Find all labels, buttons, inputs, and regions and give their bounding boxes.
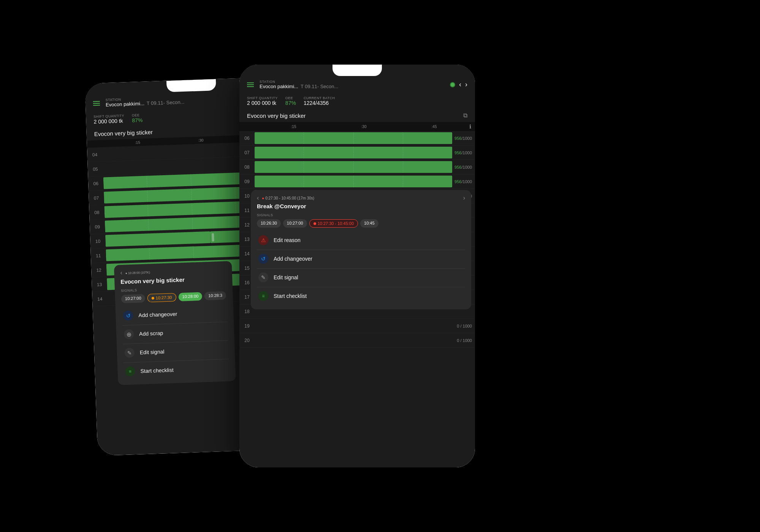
station-name-back: Evocon pakkimi... [106,101,144,108]
edit-signal-label-front: Edit signal [274,274,298,280]
popup-header-front: ‹ ● 0:27:30 - 10:45:00 (17m 30s) › [257,195,465,201]
station-name-front: Evocon pakkimi... [260,84,298,89]
signal-chip[interactable]: 10:27:30 - 10:45:00 [309,219,358,228]
station-sub-front: T 09.11- Secon... [301,84,339,89]
popup-next-front[interactable]: › [463,195,465,201]
popup-title-front: Break @Conveyor [257,203,465,209]
edit-signal-label: Edit signal [140,348,165,355]
product-name-back: Evocon very big sticker [94,129,153,137]
menu-items-back: ↺ Add changeover ⊕ Add scrap ✎ Edit sign… [122,303,230,380]
menu-item-scrap[interactable]: ⊕ Add scrap [122,321,228,343]
popup-header-back: ‹ ● 10:28:00 (10TK) [120,266,226,276]
edit-signal-icon-front: ✎ [258,272,268,282]
info-icon[interactable]: ℹ [469,124,471,130]
table-row: 20 0 / 1000 [239,333,475,348]
menu-item-changeover-front[interactable]: ↺ Add changeover [257,250,465,268]
menu-item-edit-reason[interactable]: ⚠ Edit reason [257,231,465,249]
nav-arrows-front: ‹ › [459,81,467,89]
timeline-header-front: :15 :30 :45 ℹ [239,122,475,131]
popup-card-front: ‹ ● 0:27:30 - 10:45:00 (17m 30s) › Break… [251,190,471,309]
popup-card-back: ‹ ● 10:28:00 (10TK) Evocon very big stic… [114,261,236,385]
table-row: 19 0 / 1000 [239,319,475,333]
shift-quantity-label-front: SHIFT QUANTITY [247,96,278,100]
hamburger-icon-front[interactable] [247,82,254,87]
changeover-label-front: Add changeover [274,256,312,262]
current-batch-front: CURRENT BATCH 1224/4356 [304,96,335,106]
signal-chip[interactable]: 10:27:00 [121,294,146,303]
shift-quantity-value-back: 2 000 000 tk [93,117,124,125]
popup-title-back: Evocon very big sticker [120,275,226,285]
menu-item-edit-signal-front[interactable]: ✎ Edit signal [257,268,465,286]
signal-chip[interactable]: 10:27:30 [147,293,176,302]
external-link-icon[interactable]: ⧉ [463,112,467,119]
notch-back [166,79,216,92]
table-row: 09 956/1000 [239,174,475,189]
stats-front: SHIFT QUANTITY 2 000 000 tk OEE 87% CURR… [239,93,475,109]
scrap-label: Add scrap [139,330,163,337]
menu-item-checklist-front[interactable]: ≡ Start checklist [257,287,465,305]
menu-item-checklist[interactable]: ≡ Start checklist [124,359,230,380]
scrap-icon: ⊕ [124,329,134,339]
oee-value-back: 87% [132,117,143,124]
popup-time-back: ● 10:28:00 (10TK) [125,267,226,275]
shift-quantity-back: SHIFT QUANTITY 2 000 000 tk [93,114,125,125]
signal-chip[interactable]: 10:28:00 [178,292,203,301]
table-row: 07 956/1000 [239,146,475,160]
station-sub-back: T 09.11- Secon... [147,99,185,106]
checklist-icon: ≡ [125,366,135,377]
edit-signal-icon: ✎ [124,348,135,358]
timeline-ticks-front: :15 :30 :45 [258,125,469,129]
menu-items-front: ⚠ Edit reason ↺ Add changeover ✎ Edit si… [257,231,465,305]
popup-prev-front[interactable]: ‹ [257,195,259,201]
menu-item-changeover[interactable]: ↺ Add changeover [122,303,228,325]
signals-section-front: SIGNALS 10:26:30 10:27:00 10:27:30 - 10:… [257,213,465,228]
shift-quantity-front: SHIFT QUANTITY 2 000 000 tk [247,96,278,106]
phone-front: STATION Evocon pakkimi... T 09.11- Secon… [239,65,475,467]
timeline-grid-front: 06 956/1000 07 956/1000 [239,131,475,467]
signals-chips-front: 10:26:30 10:27:00 10:27:30 - 10:45:00 10… [257,219,465,228]
shift-quantity-value-front: 2 000 000 tk [247,100,278,106]
hamburger-icon[interactable] [93,101,100,106]
oee-front: OEE 87% [285,96,296,106]
edit-reason-label: Edit reason [274,237,301,243]
station-info-front: STATION Evocon pakkimi... T 09.11- Secon… [260,80,446,89]
signal-chip[interactable]: 10:45 [360,219,378,228]
changeover-icon: ↺ [123,310,133,321]
current-batch-value-front: 1224/4356 [304,100,335,106]
next-arrow[interactable]: › [465,81,467,89]
phone-front-screen: STATION Evocon pakkimi... T 09.11- Secon… [239,65,475,467]
popup-time-front: ● 0:27:30 - 10:45:00 (17m 30s) [262,196,460,200]
signals-section-back: SIGNALS 10:27:00 10:27:30 10:28:00 10:28… [121,285,227,303]
product-name-front: Evocon very big sticker [247,112,306,119]
station-label-front: STATION [260,80,446,84]
oee-value-front: 87% [285,100,296,106]
changeover-icon-front: ↺ [258,254,268,264]
oee-back: OEE 87% [132,113,143,124]
checklist-label-front: Start checklist [274,293,307,299]
product-bar-front: Evocon very big sticker ⧉ [239,109,475,122]
current-batch-label-front: CURRENT BATCH [304,96,335,100]
signals-chips-back: 10:27:00 10:27:30 10:28:00 10:28:3 [121,291,227,303]
changeover-label: Add changeover [138,311,177,318]
signal-chip[interactable]: 10:27:00 [283,219,307,228]
menu-item-edit-signal[interactable]: ✎ Edit signal [123,340,229,362]
oee-label-front: OEE [285,96,296,100]
table-row: 08 956/1000 [239,160,475,174]
checklist-label: Start checklist [140,367,174,374]
checklist-icon-front: ≡ [258,291,268,301]
popup-prev-back[interactable]: ‹ [120,269,122,276]
signal-chip[interactable]: 10:28:3 [204,291,226,300]
notch-front [332,65,382,76]
prev-arrow[interactable]: ‹ [459,81,461,89]
signals-label-front: SIGNALS [257,213,465,217]
status-dot-front [450,82,455,87]
edit-reason-icon: ⚠ [258,235,268,245]
signal-chip[interactable]: 10:26:30 [257,219,281,228]
table-row: 06 956/1000 [239,131,475,146]
